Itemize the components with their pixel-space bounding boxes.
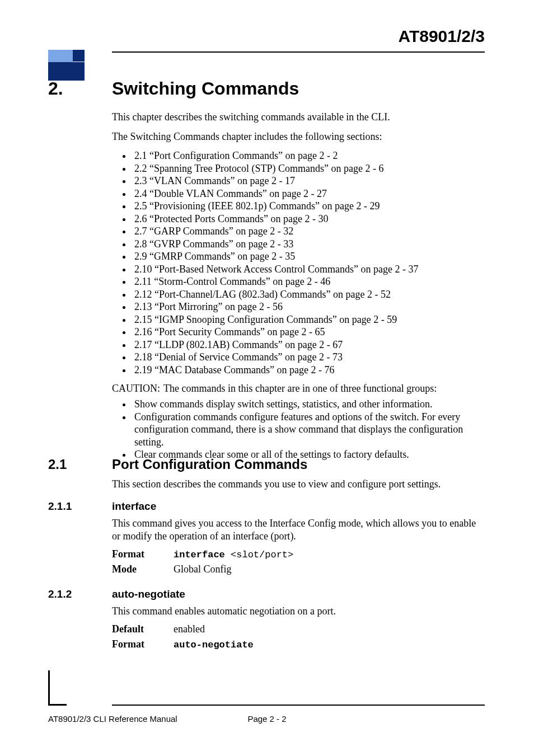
- paragraph: This section describes the commands you …: [112, 478, 485, 491]
- chapter-number: 2.: [48, 78, 104, 99]
- kv-value: interface <slot/port>: [174, 548, 293, 560]
- list-item: Configuration commands configure feature…: [132, 411, 485, 449]
- toc-item: 2.7 “GARP Commands” on page 2 - 32: [132, 225, 485, 238]
- toc-item: 2.15 “IGMP Snooping Configuration Comman…: [132, 313, 485, 326]
- header-product: AT8901/2/3: [398, 27, 485, 46]
- kv-value: Global Config: [174, 564, 232, 575]
- toc-list: 2.1 “Port Configuration Commands” on pag…: [112, 149, 485, 376]
- footer-page-number: Page 2 - 2: [0, 714, 534, 724]
- main-body: This chapter describes the switching com…: [112, 111, 485, 468]
- list-item: Show commands display switch settings, s…: [132, 398, 485, 411]
- paragraph: This command enables automatic negotiati…: [112, 605, 485, 618]
- toc-item: 2.8 “GVRP Commands” on page 2 - 33: [132, 238, 485, 251]
- intro-paragraph: This chapter describes the switching com…: [112, 111, 485, 124]
- command-arg: <slot/port>: [231, 550, 293, 560]
- kv-key: Format: [112, 638, 174, 650]
- section-body: This command enables automatic negotiati…: [112, 605, 485, 654]
- toc-item: 2.10 “Port-Based Network Access Control …: [132, 263, 485, 276]
- kv-value: enabled: [174, 623, 205, 635]
- toc-item: 2.18 “Denial of Service Commands” on pag…: [132, 351, 485, 364]
- toc-item: 2.13 “Port Mirroring” on page 2 - 56: [132, 300, 485, 313]
- caution-groups-list: Show commands display switch settings, s…: [112, 398, 485, 461]
- paragraph: This command gives you access to the Int…: [112, 517, 485, 543]
- definition-table: Format interface <slot/port> Mode Global…: [112, 548, 485, 575]
- kv-key: Format: [112, 548, 174, 560]
- toc-item: 2.6 “Protected Ports Commands” on page 2…: [132, 213, 485, 226]
- intro-paragraph: The Switching Commands chapter includes …: [112, 130, 485, 143]
- caution-text: The commands in this chapter are in one …: [163, 383, 437, 395]
- section-body: This section describes the commands you …: [112, 478, 485, 496]
- toc-item: 2.19 “MAC Database Commands” on page 2 -…: [132, 364, 485, 377]
- command-name: interface: [174, 550, 231, 560]
- kv-key: Mode: [112, 564, 174, 575]
- toc-item: 2.11 “Storm-Control Commands” on page 2 …: [132, 275, 485, 288]
- toc-item: 2.2 “Spanning Tree Protocol (STP) Comman…: [132, 162, 485, 175]
- caution-label: CAUTION:: [112, 383, 160, 395]
- section-title: Port Configuration Commands: [112, 457, 307, 472]
- footer-rule: [112, 705, 485, 706]
- section-title: interface: [112, 500, 156, 513]
- section-number: 2.1: [48, 457, 67, 472]
- toc-item: 2.5 “Provisioning (IEEE 802.1p) Commands…: [132, 200, 485, 213]
- page: AT8901/2/3 2. Switching Commands This ch…: [0, 0, 534, 756]
- kv-value: auto-negotiate: [174, 638, 254, 650]
- definition-table: Default enabled Format auto-negotiate: [112, 623, 485, 650]
- toc-item: 2.3 “VLAN Commands” on page 2 - 17: [132, 175, 485, 187]
- toc-item: 2.9 “GMRP Commands” on page 2 - 35: [132, 250, 485, 263]
- brand-logo-icon: [48, 50, 85, 81]
- section-body: This command gives you access to the Int…: [112, 517, 485, 579]
- section-title: auto-negotiate: [112, 588, 185, 600]
- section-number: 2.1.2: [48, 588, 72, 600]
- chapter-title: Switching Commands: [112, 78, 299, 99]
- toc-item: 2.16 “Port Security Commands” on page 2 …: [132, 326, 485, 339]
- toc-item: 2.1 “Port Configuration Commands” on pag…: [132, 149, 485, 162]
- section-number: 2.1.1: [48, 500, 72, 513]
- toc-item: 2.4 “Double VLAN Commands” on page 2 - 2…: [132, 187, 485, 200]
- kv-key: Default: [112, 623, 174, 635]
- toc-item: 2.17 “LLDP (802.1AB) Commands” on page 2…: [132, 339, 485, 351]
- command-name: auto-negotiate: [174, 640, 254, 650]
- caution-block: CAUTION: The commands in this chapter ar…: [112, 383, 485, 395]
- footer-bracket-icon: [48, 670, 67, 706]
- header-rule: [112, 51, 485, 53]
- toc-item: 2.12 “Port-Channel/LAG (802.3ad) Command…: [132, 288, 485, 301]
